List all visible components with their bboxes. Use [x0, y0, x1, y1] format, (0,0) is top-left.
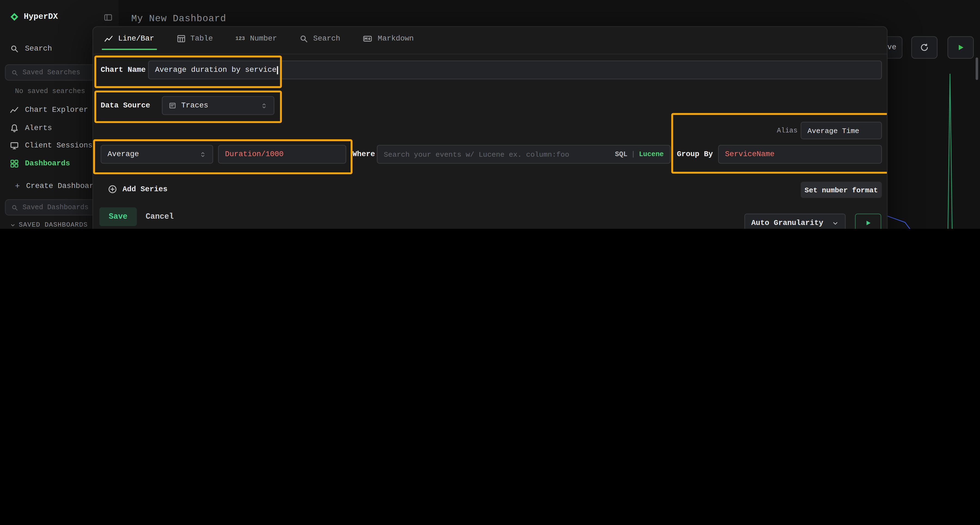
page-title: My New Dashboard [131, 14, 226, 24]
add-series-label: Add Series [123, 185, 167, 194]
search-icon [299, 34, 308, 43]
sidebar-item-label: Chart Explorer [25, 106, 88, 114]
refresh-icon [920, 43, 929, 52]
where-label: Where [353, 150, 375, 159]
alias-input[interactable]: Average Time [800, 122, 882, 139]
tabs-divider [93, 54, 888, 54]
app-window: My New Dashboard ve 4:04:00 PM [0, 0, 980, 229]
lucene-mode-toggle[interactable]: Lucene [639, 151, 664, 158]
dashboard-grid-icon [10, 159, 19, 168]
collapse-sidebar-icon[interactable] [104, 13, 113, 22]
mode-divider: | [631, 151, 635, 158]
chart-name-label: Chart Name [101, 65, 146, 74]
group-by-label: Group By [677, 150, 713, 159]
hyperdx-logo-icon [10, 12, 19, 21]
sidebar-item-label: Client Sessions [25, 141, 92, 150]
brand-name: HyperDX [24, 12, 58, 21]
tab-table[interactable]: Table [174, 34, 216, 50]
data-source-select[interactable]: Traces [162, 96, 274, 115]
no-saved-searches-text: No saved searches [15, 87, 85, 95]
play-icon [956, 43, 965, 52]
tab-search[interactable]: Search [297, 34, 343, 50]
select-updown-icon [199, 151, 206, 157]
sidebar-item-label: Search [25, 44, 52, 53]
search-icon [11, 204, 18, 211]
tab-markdown[interactable]: Markdown [360, 34, 416, 50]
tab-line-bar[interactable]: Line/Bar [102, 34, 156, 50]
search-icon [11, 69, 18, 76]
saved-dashboards-placeholder: Saved Dashboards [22, 203, 89, 211]
sidebar-item-label: Dashboards [25, 159, 70, 168]
create-dashboard-label: Create Dashboard [26, 182, 98, 190]
text-caret [277, 66, 278, 74]
group-by-input[interactable]: ServiceName [718, 145, 882, 164]
save-chart-button[interactable]: Save [99, 207, 137, 226]
data-source-icon [169, 102, 177, 109]
search-icon [10, 44, 19, 53]
background-mini-chart [888, 55, 980, 229]
save-dashboard-label: ve [888, 43, 896, 52]
chevron-down-icon [10, 222, 16, 228]
aggregation-select[interactable]: Average [101, 145, 213, 164]
line-chart-icon [104, 34, 113, 43]
line-chart-icon [10, 106, 19, 114]
plus-circle-icon [108, 185, 117, 194]
section-saved-dashboards[interactable]: SAVED DASHBOARDS [10, 221, 88, 229]
plus-icon: + [15, 181, 20, 191]
chart-type-tabs: Line/Bar Table 123 Number Search Markdow… [102, 34, 416, 50]
alias-label: Alias [777, 127, 798, 134]
run-chart-button[interactable] [855, 214, 881, 229]
select-updown-icon [261, 102, 267, 109]
where-placeholder: Search your events w/ Lucene ex. column:… [384, 150, 569, 158]
field-input[interactable]: Duration/1000 [218, 145, 346, 164]
cancel-button[interactable]: Cancel [146, 207, 174, 226]
chevron-down-icon [832, 219, 839, 226]
play-icon [864, 219, 872, 227]
tab-number[interactable]: 123 Number [233, 34, 280, 50]
number-123-icon: 123 [235, 36, 245, 42]
where-search-input[interactable]: Search your events w/ Lucene ex. column:… [377, 145, 670, 164]
sidebar-item-label: Alerts [25, 124, 52, 132]
set-number-format-button[interactable]: Set number format [800, 182, 882, 198]
chart-name-input[interactable]: Average duration by service [148, 61, 882, 79]
bell-icon [10, 124, 19, 132]
add-series-button[interactable]: Add Series [108, 185, 167, 194]
saved-searches-placeholder: Saved Searches [22, 69, 80, 76]
markdown-icon [363, 34, 373, 43]
sql-mode-toggle[interactable]: SQL [615, 151, 627, 158]
monitor-icon [10, 141, 19, 150]
table-icon [177, 34, 185, 43]
data-source-label: Data Source [101, 101, 150, 110]
chart-editor-modal: Line/Bar Table 123 Number Search Markdow… [92, 26, 888, 229]
granularity-select[interactable]: Auto Granularity [744, 214, 846, 229]
section-label: SAVED DASHBOARDS [19, 221, 88, 229]
